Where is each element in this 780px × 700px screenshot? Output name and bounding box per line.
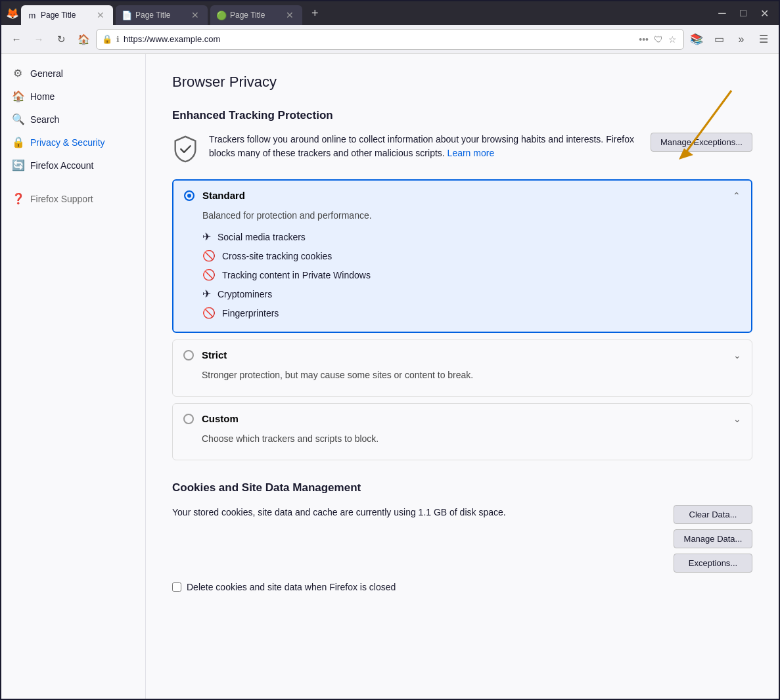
firefox-icon: 🦊: [7, 7, 18, 19]
fingerprint-icon: 🚫: [202, 307, 216, 319]
url-bar-container: 🔒 ℹ ••• 🛡 ☆: [96, 29, 684, 50]
protection-title-custom: Custom: [202, 413, 725, 424]
protection-body-standard: Balanced for protection and performance.…: [173, 210, 751, 332]
menu-button[interactable]: ☰: [754, 30, 773, 49]
manage-data-button[interactable]: Manage Data...: [674, 529, 752, 548]
protection-title-strict: Strict: [202, 349, 725, 361]
title-bar: 🦊 m Page Title ✕ 📄 Page Title ✕ 🟢 Page T…: [1, 1, 779, 25]
etp-row: Trackers follow you around online to col…: [172, 133, 752, 166]
tab-3[interactable]: 🟢 Page Title ✕: [210, 5, 302, 25]
clear-data-button[interactable]: Clear Data...: [674, 505, 752, 524]
sidebar-item-account[interactable]: 🔄 Firefox Account: [1, 154, 145, 177]
etp-section-title: Enhanced Tracking Protection: [172, 109, 752, 122]
list-item-fingerprinters: 🚫 Fingerprinters: [202, 303, 741, 322]
cross-site-icon: 🚫: [202, 250, 216, 262]
cross-site-label: Cross-site tracking cookies: [222, 251, 332, 261]
list-item-cross-site: 🚫 Cross-site tracking cookies: [202, 246, 741, 265]
split-view-button[interactable]: ▭: [709, 30, 729, 49]
etp-description-text: Trackers follow you around online to col…: [209, 134, 634, 158]
delete-cookies-row: Delete cookies and site data when Firefo…: [172, 582, 752, 592]
tab-2-title: Page Title: [135, 11, 185, 20]
url-overflow-button[interactable]: •••: [637, 33, 650, 46]
collections-button[interactable]: 📚: [687, 30, 706, 49]
cookies-section: Cookies and Site Data Management Your st…: [172, 481, 752, 592]
cookies-buttons: Clear Data... Manage Data... Exceptions.…: [674, 505, 752, 573]
sidebar-item-support[interactable]: ❓ Firefox Support: [1, 187, 145, 210]
home-button[interactable]: 🏠: [74, 30, 93, 49]
sidebar-item-search[interactable]: 🔍 Search: [1, 108, 145, 131]
tab-2-favicon: 📄: [122, 11, 131, 20]
sidebar-item-privacy[interactable]: 🔒 Privacy & Security: [1, 131, 145, 154]
manage-exceptions-button[interactable]: Manage Exceptions...: [651, 133, 752, 152]
sidebar: ⚙ General 🏠 Home 🔍 Search 🔒 Privacy & Se…: [1, 54, 146, 699]
url-actions: ••• 🛡 ☆: [637, 33, 678, 46]
etp-section: Enhanced Tracking Protection Trackers fo…: [172, 109, 752, 460]
shield-icon: [172, 135, 198, 164]
chevron-down-custom-icon: ⌄: [733, 414, 741, 424]
cookies-row: Your stored cookies, site data and cache…: [172, 505, 752, 573]
sidebar-item-general[interactable]: ⚙ General: [1, 62, 145, 85]
more-tools-button[interactable]: »: [731, 30, 751, 49]
lock-icon: 🔒: [102, 34, 112, 44]
tab-1[interactable]: m Page Title ✕: [21, 5, 113, 25]
learn-more-link[interactable]: Learn more: [447, 148, 495, 158]
protection-body-custom: Choose which trackers and scripts to blo…: [173, 433, 752, 460]
tab-3-favicon: 🟢: [217, 11, 226, 20]
protection-header-strict[interactable]: Strict ⌄: [173, 340, 752, 370]
browser-content-wrapper: ⚙ General 🏠 Home 🔍 Search 🔒 Privacy & Se…: [1, 54, 779, 699]
radio-custom[interactable]: [183, 414, 194, 424]
protection-option-strict: Strict ⌄ Stronger protection, but may ca…: [172, 339, 752, 397]
protection-desc-standard: Balanced for protection and performance.: [202, 210, 741, 221]
social-tracker-label: Social media trackers: [218, 232, 306, 242]
protection-option-standard: Standard ⌃ Balanced for protection and p…: [172, 179, 752, 333]
cookies-description: Your stored cookies, site data and cache…: [172, 505, 663, 519]
lock-sidebar-icon: 🔒: [12, 136, 24, 148]
tab-1-favicon: m: [28, 11, 37, 20]
protection-desc-strict: Stronger protection, but may cause some …: [202, 370, 741, 380]
sidebar-label-search: Search: [30, 114, 59, 125]
maximize-button[interactable]: □: [734, 5, 752, 21]
cookies-section-title: Cookies and Site Data Management: [172, 481, 752, 494]
radio-strict[interactable]: [183, 350, 194, 361]
radio-standard[interactable]: [184, 190, 195, 201]
support-icon: ❓: [12, 192, 24, 205]
sidebar-label-account: Firefox Account: [30, 160, 94, 171]
protection-header-custom[interactable]: Custom ⌄: [173, 404, 752, 433]
protection-desc-custom: Choose which trackers and scripts to blo…: [202, 433, 741, 444]
private-window-icon: 🚫: [202, 269, 216, 281]
page-title: Browser Privacy: [172, 74, 752, 91]
cryptominers-label: Cryptominers: [218, 289, 272, 299]
back-button[interactable]: ←: [7, 30, 26, 49]
content-area: Browser Privacy Enhanced Tracking Protec…: [146, 54, 779, 699]
toolbar-actions: 📚 ▭ » ☰: [687, 30, 773, 49]
close-button[interactable]: ✕: [755, 5, 773, 21]
sidebar-label-support: Firefox Support: [30, 194, 93, 204]
tab-1-close[interactable]: ✕: [95, 10, 106, 20]
search-icon: 🔍: [12, 113, 24, 125]
protection-header-standard[interactable]: Standard ⌃: [173, 181, 751, 210]
tab-2[interactable]: 📄 Page Title ✕: [116, 5, 208, 25]
list-item-social: ✈ Social media trackers: [202, 227, 741, 246]
delete-cookies-label: Delete cookies and site data when Firefo…: [187, 582, 396, 592]
sidebar-item-home[interactable]: 🏠 Home: [1, 85, 145, 108]
protection-title-standard: Standard: [202, 190, 725, 201]
bookmark-button[interactable]: ☆: [667, 33, 678, 46]
minimize-button[interactable]: ─: [713, 5, 731, 21]
delete-cookies-checkbox[interactable]: [172, 582, 181, 592]
chevron-up-icon: ⌃: [733, 190, 741, 201]
new-tab-button[interactable]: +: [308, 7, 323, 20]
list-item-private-windows: 🚫 Tracking content in Private Windows: [202, 265, 741, 284]
shield-button[interactable]: 🛡: [653, 33, 664, 46]
exceptions-button[interactable]: Exceptions...: [674, 554, 752, 573]
tab-3-close[interactable]: ✕: [284, 10, 296, 20]
tab-2-close[interactable]: ✕: [189, 10, 201, 20]
tab-1-title: Page Title: [41, 11, 91, 20]
sidebar-label-general: General: [30, 68, 63, 79]
chevron-down-strict-icon: ⌄: [733, 350, 741, 361]
url-input[interactable]: [124, 34, 633, 44]
etp-description: Trackers follow you around online to col…: [209, 133, 640, 160]
reload-button[interactable]: ↻: [51, 30, 71, 49]
info-icon: ℹ: [116, 35, 120, 44]
protection-body-strict: Stronger protection, but may cause some …: [173, 370, 752, 396]
forward-button[interactable]: →: [29, 30, 49, 49]
